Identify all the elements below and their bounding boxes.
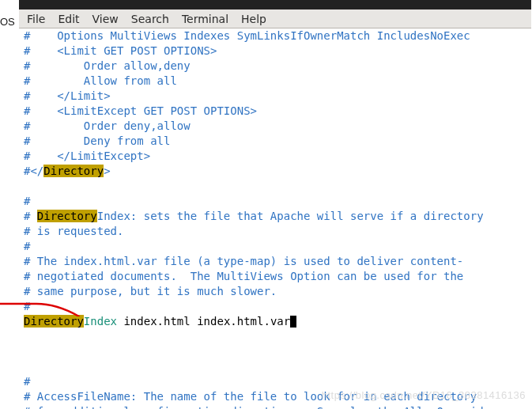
editor-line[interactable]: # — [24, 299, 531, 314]
menu-file[interactable]: File — [27, 13, 45, 25]
editor-line[interactable]: # — [24, 239, 531, 254]
editor-line[interactable]: # Order deny,allow — [24, 119, 531, 134]
window-title-bar[interactable] — [19, 0, 531, 9]
editor-line[interactable]: # Order allow,deny — [24, 59, 531, 74]
editor-line[interactable]: # — [24, 374, 531, 389]
editor-line[interactable]: # same purpose, but it is much slower. — [24, 284, 531, 299]
editor-line[interactable]: # <LimitExcept GET POST OPTIONS> — [24, 104, 531, 119]
editor-line[interactable] — [24, 344, 531, 359]
editor-line[interactable]: #</Directory> — [24, 164, 531, 179]
editor-line[interactable] — [24, 179, 531, 194]
menu-terminal[interactable]: Terminal — [182, 13, 228, 25]
menu-edit[interactable]: Edit — [58, 13, 79, 25]
menu-help[interactable]: Help — [241, 13, 266, 25]
menu-bar: File Edit View Search Terminal Help — [19, 9, 531, 28]
editor-line[interactable]: # Options MultiViews Indexes SymLinksIfO… — [24, 28, 531, 44]
watermark-text: https://blog.csdn.net/YD16_38381416136 — [322, 389, 526, 401]
menu-search[interactable]: Search — [131, 13, 169, 25]
editor-line[interactable]: DirectoryIndex index.html index.html.var — [24, 314, 531, 329]
menu-view[interactable]: View — [92, 13, 119, 25]
editor-line[interactable]: # is requested. — [24, 224, 531, 239]
text-cursor — [290, 316, 296, 328]
editor-line[interactable] — [24, 359, 531, 374]
editor-line[interactable]: # The index.html.var file (a type-map) i… — [24, 254, 531, 269]
text-editor-area[interactable]: # Options MultiViews Indexes SymLinksIfO… — [24, 28, 531, 409]
editor-line[interactable]: # Deny from all — [24, 134, 531, 149]
editor-line[interactable]: # </LimitExcept> — [24, 149, 531, 164]
editor-line[interactable]: # — [24, 194, 531, 209]
editor-line[interactable]: # DirectoryIndex: sets the file that Apa… — [24, 209, 531, 224]
editor-line[interactable]: # for additional configuration directive… — [24, 404, 531, 409]
editor-line[interactable]: # Allow from all — [24, 74, 531, 89]
editor-line[interactable]: # <Limit GET POST OPTIONS> — [24, 44, 531, 59]
editor-line[interactable] — [24, 329, 531, 344]
editor-line[interactable]: # </Limit> — [24, 89, 531, 104]
editor-line[interactable]: # negotiated documents. The MultiViews O… — [24, 269, 531, 284]
left-margin-text: OS — [0, 16, 19, 28]
